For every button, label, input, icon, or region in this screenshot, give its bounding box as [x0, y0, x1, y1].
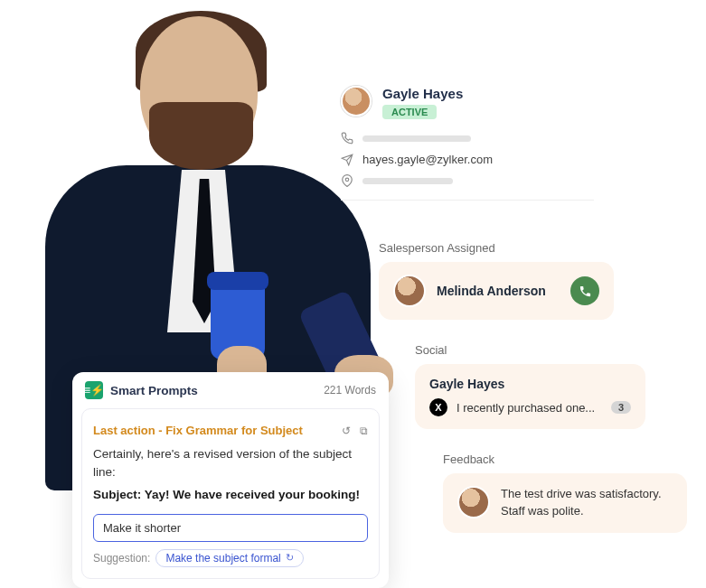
social-count-badge: 3: [611, 401, 631, 414]
status-badge: ACTIVE: [382, 105, 437, 119]
avatar: [341, 86, 372, 117]
feedback-section: Feedback The test drive was satisfactory…: [443, 453, 687, 533]
subject-line: Subject: Yay! We have received your book…: [93, 488, 368, 501]
feedback-label: Feedback: [443, 453, 687, 466]
feedback-card: The test drive was satisfactory. Staff w…: [443, 473, 687, 533]
suggestion-text: Make the subject formal: [165, 552, 280, 565]
contact-phone-row: [341, 132, 594, 145]
contact-email: hayes.gayle@zylker.com: [362, 153, 493, 166]
avatar: [393, 275, 426, 307]
location-icon: [341, 174, 353, 187]
prompt-body-text: Certainly, here's a revised version of t…: [93, 445, 368, 482]
social-card[interactable]: Gayle Hayes X I recently purchased one..…: [415, 364, 645, 429]
salesperson-section: Salesperson Assigned Melinda Anderson: [379, 241, 614, 320]
phone-icon: [579, 285, 592, 298]
last-action-label: Last action - Fix Grammar for Subject: [93, 424, 303, 437]
prompt-input[interactable]: [93, 514, 368, 542]
smart-prompts-icon: ≡⚡: [85, 381, 103, 399]
avatar: [457, 486, 490, 518]
undo-icon[interactable]: ↺: [342, 425, 351, 437]
social-author: Gayle Hayes: [429, 377, 631, 391]
contact-email-row: hayes.gayle@zylker.com: [341, 153, 594, 166]
svg-point-0: [345, 178, 349, 182]
feedback-text: The test drive was satisfactory. Staff w…: [501, 486, 673, 520]
call-button[interactable]: [570, 276, 599, 305]
refresh-icon[interactable]: ↻: [286, 552, 294, 564]
contact-location-row: [341, 174, 594, 187]
smart-prompts-panel: ≡⚡ Smart Prompts 221 Words Last action -…: [72, 372, 389, 588]
suggestion-label: Suggestion:: [93, 552, 150, 565]
word-count: 221 Words: [324, 384, 376, 397]
contact-name: Gayle Hayes: [382, 86, 463, 101]
copy-icon[interactable]: ⧉: [360, 425, 368, 437]
divider: [341, 200, 594, 201]
salesperson-label: Salesperson Assigned: [379, 241, 614, 255]
phone-icon: [341, 132, 353, 145]
contact-card: Gayle Hayes ACTIVE hayes.gayle@zylker.co…: [341, 86, 594, 201]
suggestion-pill[interactable]: Make the subject formal ↻: [155, 549, 303, 567]
salesperson-name: Melinda Anderson: [437, 284, 546, 298]
x-icon: X: [429, 398, 447, 416]
social-label: Social: [415, 343, 645, 357]
social-text: I recently purchased one...: [457, 401, 602, 415]
smart-prompts-title: Smart Prompts: [110, 384, 198, 397]
social-section: Social Gayle Hayes X I recently purchase…: [415, 343, 645, 429]
send-icon: [341, 154, 353, 166]
location-placeholder: [362, 178, 453, 184]
salesperson-card: Melinda Anderson: [379, 262, 614, 320]
phone-placeholder: [362, 135, 471, 142]
